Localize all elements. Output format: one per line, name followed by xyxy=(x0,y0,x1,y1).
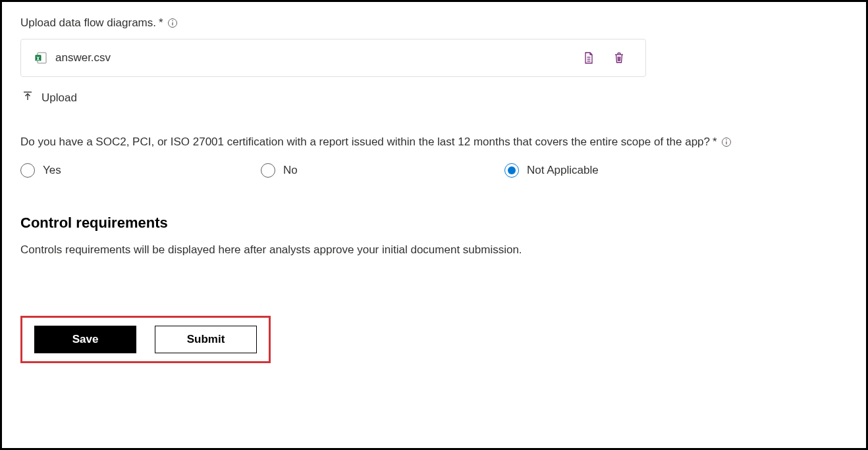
upload-button[interactable]: Upload xyxy=(20,86,78,109)
radio-option-not-applicable[interactable]: Not Applicable xyxy=(504,163,599,178)
certification-question-row: Do you have a SOC2, PCI, or ISO 27001 ce… xyxy=(20,136,848,149)
form-page: Upload data flow diagrams. * answer.csv xyxy=(0,0,868,450)
action-buttons-highlight: Save Submit xyxy=(20,316,271,363)
radio-circle-icon xyxy=(504,163,519,178)
file-name-text: answer.csv xyxy=(55,51,581,64)
radio-label: Yes xyxy=(43,164,61,177)
submit-button[interactable]: Submit xyxy=(155,326,257,353)
file-actions xyxy=(581,50,627,66)
upload-label-text: Upload data flow diagrams. xyxy=(20,16,156,30)
required-asterisk: * xyxy=(159,16,163,30)
radio-label: No xyxy=(283,164,298,177)
upload-label-row: Upload data flow diagrams. * xyxy=(20,16,848,30)
view-file-button[interactable] xyxy=(581,50,597,66)
radio-option-no[interactable]: No xyxy=(261,163,504,178)
upload-button-label: Upload xyxy=(41,91,77,105)
uploaded-file-card: answer.csv xyxy=(20,39,646,77)
control-requirements-description: Controls requirements will be displayed … xyxy=(20,243,848,257)
radio-circle-icon xyxy=(20,163,35,178)
delete-file-button[interactable] xyxy=(611,50,627,66)
radio-option-yes[interactable]: Yes xyxy=(20,163,261,178)
radio-circle-icon xyxy=(261,163,275,178)
control-requirements-heading: Control requirements xyxy=(20,214,848,232)
info-icon[interactable] xyxy=(167,18,178,28)
required-asterisk: * xyxy=(713,136,717,149)
certification-radio-group: Yes No Not Applicable xyxy=(20,163,848,178)
save-button[interactable]: Save xyxy=(34,326,136,353)
excel-file-icon xyxy=(34,51,47,64)
svg-point-2 xyxy=(172,20,173,22)
upload-arrow-icon xyxy=(22,90,34,105)
info-icon[interactable] xyxy=(721,137,732,147)
radio-dot-icon xyxy=(508,166,516,174)
certification-question-text: Do you have a SOC2, PCI, or ISO 27001 ce… xyxy=(20,136,710,149)
radio-label: Not Applicable xyxy=(527,164,599,177)
svg-point-15 xyxy=(726,139,727,141)
